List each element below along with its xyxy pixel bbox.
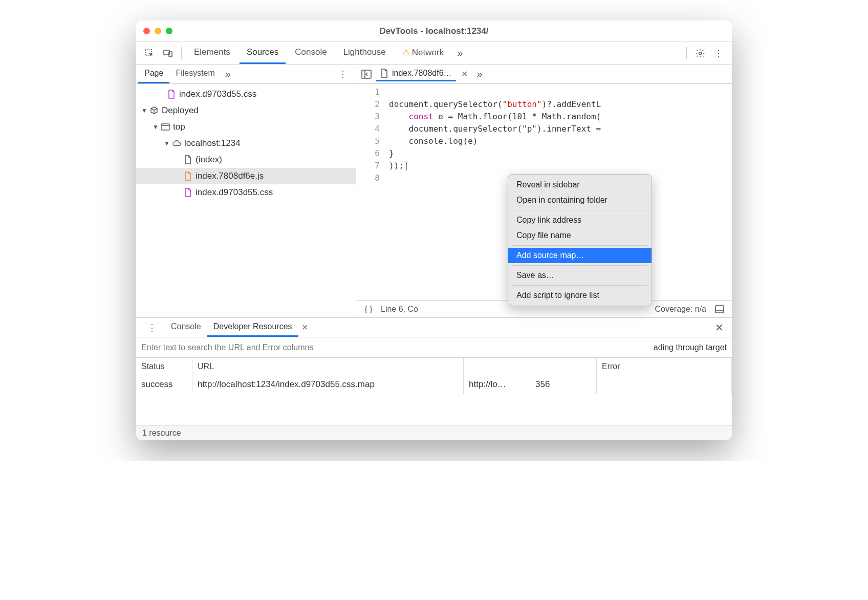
code-line: console.log(e) [389, 136, 478, 146]
drawer-more-menu[interactable]: ⋮ [141, 322, 163, 333]
svg-point-3 [699, 52, 702, 54]
settings-icon[interactable] [692, 45, 708, 61]
devtools-window: DevTools - localhost:1234/ Elements Sour… [136, 20, 732, 440]
code-token: "button" [503, 99, 542, 109]
editor-tabs-overflow[interactable]: » [473, 68, 487, 80]
close-window[interactable] [143, 28, 150, 34]
tree-item-deployed[interactable]: ▼ Deployed [136, 102, 356, 119]
tree-item-js[interactable]: index.7808df6e.js [136, 168, 356, 184]
file-js-icon [183, 172, 192, 181]
device-toolbar-icon[interactable] [160, 45, 176, 61]
tree-label: top [173, 122, 185, 132]
cell-error [597, 375, 732, 394]
editor-tab[interactable]: index.7808df6… [376, 67, 456, 81]
cm-reveal-sidebar[interactable]: Reveal in sidebar [508, 177, 652, 192]
main-toolbar: Elements Sources Console Lighthouse Netw… [136, 42, 732, 65]
tabs-overflow[interactable]: » [453, 47, 467, 59]
cell-initiator: http://lo… [464, 375, 530, 394]
tree-item-css[interactable]: index.d9703d55.css [136, 184, 356, 201]
cm-separator [512, 210, 647, 210]
tree-item-index[interactable]: (index) [136, 152, 356, 168]
cm-copy-filename[interactable]: Copy file name [508, 228, 652, 243]
drawer-tab-close[interactable]: ✕ [298, 322, 311, 333]
tab-network-label: Network [412, 48, 444, 57]
code-token: document.querySelector( [389, 99, 503, 109]
cloud-icon [172, 139, 181, 148]
cm-open-folder[interactable]: Open in containing folder [508, 192, 652, 208]
toggle-details-icon[interactable] [712, 302, 727, 316]
drawer-tab-console[interactable]: Console [165, 318, 207, 337]
file-css-icon [183, 188, 192, 197]
tab-console[interactable]: Console [288, 42, 334, 64]
file-icon [183, 155, 192, 164]
editor-tabstrip: index.7808df6… ✕ » [356, 65, 732, 84]
tab-sources[interactable]: Sources [240, 42, 286, 64]
tree-label: (index) [196, 155, 222, 165]
toolbar-divider-right [686, 47, 687, 59]
code-token: e = Math.floor(101 * Math.random( [433, 112, 601, 121]
cm-add-source-map[interactable]: Add source map… [508, 248, 652, 263]
zoom-window[interactable] [166, 28, 172, 34]
code-token [389, 112, 409, 121]
col-size[interactable] [530, 358, 597, 375]
nav-tabs-overflow[interactable]: » [221, 68, 235, 80]
cm-save-as[interactable]: Save as… [508, 268, 652, 283]
drawer-close[interactable]: ✕ [709, 322, 730, 334]
editor-tab-label: index.7808df6… [392, 69, 452, 78]
table-row[interactable]: success http://localhost:1234/index.d970… [136, 375, 732, 394]
table-header: Status URL Error [136, 358, 732, 375]
code-line: } [389, 148, 394, 158]
nav-tab-filesystem[interactable]: Filesystem [169, 65, 221, 83]
cube-icon [149, 106, 159, 115]
code-token: )?.addEventL [542, 99, 601, 109]
window-title: DevTools - localhost:1234/ [136, 26, 732, 36]
cm-separator [512, 245, 647, 246]
cell-url: http://localhost:1234/index.d9703d55.css… [192, 375, 464, 394]
kebab-menu[interactable]: ⋮ [710, 45, 727, 61]
tab-network[interactable]: Network [395, 42, 451, 65]
minimize-window[interactable] [155, 28, 161, 34]
inspect-element-icon[interactable] [141, 45, 158, 61]
cm-separator [512, 285, 647, 286]
nav-more-menu[interactable]: ⋮ [332, 69, 354, 80]
pretty-print-icon[interactable]: { } [361, 302, 376, 316]
tree-item-host[interactable]: ▼ localhost:1234 [136, 135, 356, 152]
chevron-down-icon: ▼ [153, 123, 158, 131]
resource-count: 1 resource [136, 425, 732, 440]
col-status[interactable]: Status [136, 358, 192, 375]
editor-tab-close[interactable]: ✕ [458, 68, 471, 80]
file-tree: index.d9703d55.css ▼ Deployed ▼ top ▼ [136, 84, 356, 317]
cm-add-ignore[interactable]: Add script to ignore list [508, 288, 652, 303]
col-url[interactable]: URL [192, 358, 464, 375]
chevron-down-icon: ▼ [164, 140, 169, 147]
tree-item-css-loose[interactable]: index.d9703d55.css [136, 86, 356, 102]
tree-label: index.7808df6e.js [196, 171, 264, 181]
cell-status: success [136, 375, 192, 394]
cm-copy-link[interactable]: Copy link address [508, 212, 652, 228]
tree-item-top[interactable]: ▼ top [136, 119, 356, 135]
drawer-tab-devresources[interactable]: Developer Resources [207, 318, 298, 337]
svg-rect-4 [161, 124, 169, 130]
tab-lighthouse[interactable]: Lighthouse [336, 42, 393, 64]
line-number: 5 [356, 135, 380, 147]
toggle-navigator-icon[interactable] [359, 67, 374, 81]
line-number: 7 [356, 160, 380, 172]
col-error[interactable]: Error [597, 358, 732, 375]
file-js-icon [380, 69, 389, 78]
col-initiator[interactable] [464, 358, 530, 375]
tree-label: localhost:1234 [184, 138, 241, 148]
line-number: 1 [356, 86, 380, 98]
line-number: 8 [356, 172, 380, 184]
code-token: const [409, 112, 433, 121]
svg-rect-8 [715, 306, 724, 313]
chevron-down-icon: ▼ [141, 107, 146, 114]
search-input[interactable] [141, 343, 649, 352]
tab-elements[interactable]: Elements [187, 42, 237, 64]
loading-target-label: ading through target [654, 343, 727, 352]
line-gutter: 1 2 3 4 5 6 7 8 [356, 84, 387, 300]
code-line: document.querySelector("p").innerText = [389, 124, 601, 134]
tree-label: Deployed [162, 105, 199, 116]
nav-tab-page[interactable]: Page [138, 65, 169, 83]
frame-icon [161, 122, 170, 132]
drawer-panel: ⋮ Console Developer Resources ✕ ✕ ading … [136, 317, 732, 440]
